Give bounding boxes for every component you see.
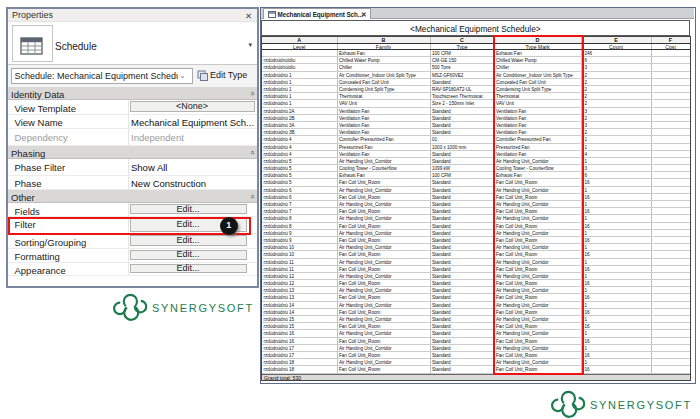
svg-text:SYNERGYSOFT: SYNERGYSOFT — [590, 399, 692, 411]
svg-text:SYNERGYSOFT: SYNERGYSOFT — [152, 302, 254, 314]
